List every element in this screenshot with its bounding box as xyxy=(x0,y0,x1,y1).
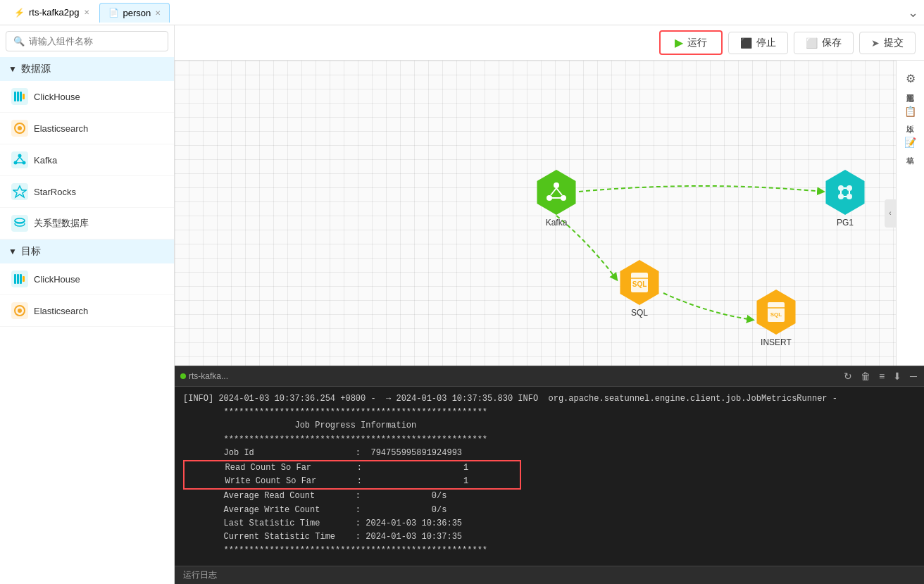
svg-rect-14 xyxy=(14,274,16,284)
log-line-10: Current Statistic Time : 2024-01-03 10:3… xyxy=(183,530,916,544)
sidebar-collapse-button[interactable]: ‹ xyxy=(885,199,896,228)
svg-text:SQL: SQL xyxy=(770,311,782,318)
log-line-8: Average Write Count : 0/s xyxy=(183,504,916,517)
tab-close-person[interactable]: ✕ xyxy=(155,9,161,17)
search-input[interactable] xyxy=(29,36,161,46)
download-button[interactable]: ⬇ xyxy=(892,369,903,383)
tab-icon-person: 📄 xyxy=(108,8,119,18)
tab-label-person: person xyxy=(123,8,151,18)
search-icon: 🔍 xyxy=(13,36,25,46)
canvas-area[interactable]: Kafka xyxy=(175,61,896,366)
svg-rect-17 xyxy=(23,276,25,282)
tab-label-rts: rts-kafka2pg xyxy=(29,7,80,18)
section-label-datasource: 数据源 xyxy=(21,63,51,75)
draft-icon: 📝 xyxy=(904,136,916,149)
log-line-7: Average Read Count : 0/s xyxy=(183,490,916,503)
main-layout: 🔍 ▼ 数据源 ClickHouse Elasticsearch Kafka xyxy=(0,25,924,584)
stop-icon: ⬛ xyxy=(740,37,752,49)
insert-node-shape: SQL xyxy=(754,290,799,335)
log-line-9: Last Statistic Time : 2024-01-03 10:36:3… xyxy=(183,517,916,530)
search-box[interactable]: 🔍 xyxy=(6,31,168,51)
kafka-node-label: Kafka xyxy=(546,218,568,228)
stop-label: 停止 xyxy=(756,37,776,49)
svg-point-28 xyxy=(838,194,844,199)
svg-point-19 xyxy=(18,309,22,313)
submit-button[interactable]: ➤ 提交 xyxy=(859,32,916,54)
tab-bar: ⚡ rts-kafka2pg ✕ 📄 person ✕ ⌄ xyxy=(0,0,924,25)
tab-rts-kafka2pg[interactable]: ⚡ rts-kafka2pg ✕ xyxy=(6,3,98,23)
right-sidebar-item-config[interactable]: ⚙ 通用配置 xyxy=(898,68,923,92)
section-header-target[interactable]: ▼ 目标 xyxy=(0,240,174,263)
sql-node[interactable]: SQL SQL xyxy=(617,260,662,318)
clickhouse-target-icon xyxy=(11,271,28,287)
pg1-node[interactable]: PG1 xyxy=(823,170,868,228)
svg-point-29 xyxy=(847,194,852,199)
save-button[interactable]: ⬜ 保存 xyxy=(794,32,854,54)
clickhouse-source-icon xyxy=(11,88,28,105)
elasticsearch-source-icon xyxy=(11,120,28,137)
tab-person[interactable]: 📄 person ✕ xyxy=(99,3,170,23)
kafka-node[interactable]: Kafka xyxy=(534,170,579,228)
log-line-2: Job Progress Information xyxy=(183,419,916,433)
svg-line-23 xyxy=(551,188,556,195)
log-line-3: ****************************************… xyxy=(183,433,916,447)
bottom-toolbar: rts-kafka... ↻ 🗑 ≡ ⬇ ─ xyxy=(175,366,924,387)
sql-node-label: SQL xyxy=(631,308,648,318)
sidebar-item-kafka-source[interactable]: Kafka xyxy=(0,144,174,176)
starrocks-source-icon xyxy=(11,183,28,200)
submit-label: 提交 xyxy=(884,37,904,49)
clear-button[interactable]: 🗑 xyxy=(859,369,872,383)
relational-db-source-icon xyxy=(11,215,28,232)
sidebar-item-clickhouse-target[interactable]: ClickHouse xyxy=(0,263,174,295)
chevron-target-icon: ▼ xyxy=(8,247,17,256)
sidebar-item-elasticsearch-target[interactable]: Elasticsearch xyxy=(0,295,174,327)
log-line-5: Read Count So Far : 1 xyxy=(185,461,520,475)
insert-node[interactable]: SQL INSERT xyxy=(754,290,799,347)
log-line-0: [INFO] 2024-01-03 10:37:36.254 +0800 - →… xyxy=(183,392,916,406)
right-sidebar-item-draft[interactable]: 📝 草稿 xyxy=(898,132,923,154)
version-icon: 📋 xyxy=(904,105,916,118)
save-icon: ⬜ xyxy=(806,37,818,49)
insert-node-label: INSERT xyxy=(761,337,792,347)
sidebar-item-starrocks-source[interactable]: StarRocks xyxy=(0,176,174,208)
minimize-button[interactable]: ─ xyxy=(909,369,918,383)
svg-point-5 xyxy=(18,126,22,130)
svg-rect-0 xyxy=(14,92,16,101)
log-line-4: Job Id : 794755995891924993 xyxy=(183,447,916,460)
svg-line-10 xyxy=(20,157,23,161)
section-label-target: 目标 xyxy=(21,245,41,258)
status-label: rts-kafka... xyxy=(189,371,228,381)
filter-button[interactable]: ≡ xyxy=(878,369,886,383)
sidebar-item-clickhouse-source[interactable]: ClickHouse xyxy=(0,81,174,113)
run-button[interactable]: ▶ 运行 xyxy=(659,30,723,55)
svg-rect-1 xyxy=(17,92,19,101)
pg1-node-label: PG1 xyxy=(837,218,854,228)
right-panel: ▶ 运行 ⬛ 停止 ⬜ 保存 ➤ 提交 xyxy=(175,25,924,584)
sidebar-item-elasticsearch-source[interactable]: Elasticsearch xyxy=(0,113,174,144)
bottom-status-label: 运行日志 xyxy=(183,569,217,581)
kafka-source-icon xyxy=(11,151,28,168)
refresh-button[interactable]: ↻ xyxy=(842,369,854,383)
status-dot-icon xyxy=(180,373,186,379)
log-line-11: ****************************************… xyxy=(183,544,916,557)
svg-point-20 xyxy=(554,182,559,188)
starrocks-source-label: StarRocks xyxy=(34,187,76,197)
status-indicator: rts-kafka... xyxy=(180,371,228,381)
kafka-source-label: Kafka xyxy=(34,155,57,166)
section-header-datasource[interactable]: ▼ 数据源 xyxy=(0,57,174,81)
sidebar-item-relational-db-source[interactable]: 关系型数据库 xyxy=(0,208,174,240)
bottom-status-bar: 运行日志 xyxy=(175,566,924,584)
log-line-1: ****************************************… xyxy=(183,406,916,419)
sql-node-shape: SQL xyxy=(617,260,662,305)
toolbar: ▶ 运行 ⬛ 停止 ⬜ 保存 ➤ 提交 xyxy=(175,25,924,61)
config-icon: ⚙ xyxy=(906,72,916,87)
svg-line-24 xyxy=(556,188,562,195)
svg-rect-2 xyxy=(20,92,22,101)
stop-button[interactable]: ⬛ 停止 xyxy=(728,32,788,54)
elasticsearch-target-label: Elasticsearch xyxy=(34,306,88,316)
tab-close-rts[interactable]: ✕ xyxy=(84,8,89,16)
tab-more-button[interactable]: ⌄ xyxy=(908,5,918,20)
pg1-node-shape xyxy=(823,170,868,215)
right-sidebar-item-version[interactable]: 📋 版本 xyxy=(898,101,923,123)
svg-rect-15 xyxy=(17,274,19,284)
